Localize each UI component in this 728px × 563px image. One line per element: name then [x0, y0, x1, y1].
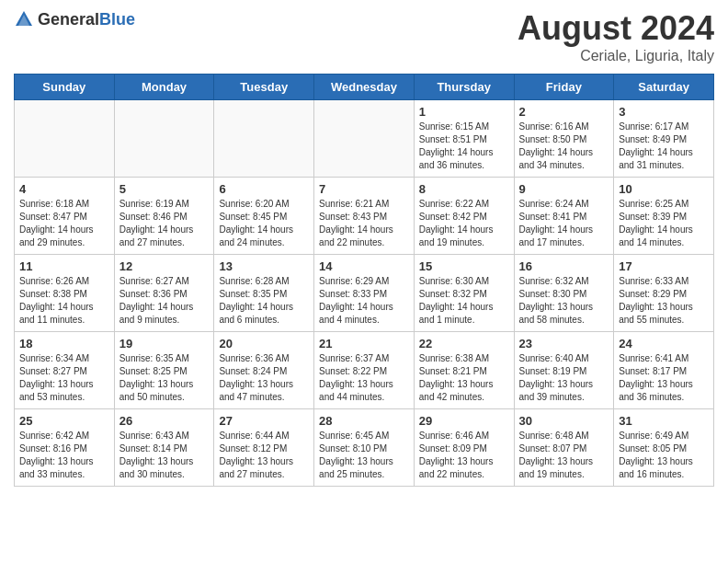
day-info: Sunrise: 6:32 AM Sunset: 8:30 PM Dayligh…: [519, 275, 609, 327]
calendar-week-5: 25Sunrise: 6:42 AM Sunset: 8:16 PM Dayli…: [15, 409, 714, 487]
day-number: 11: [19, 259, 109, 273]
col-monday: Monday: [114, 75, 214, 100]
day-number: 2: [519, 105, 609, 119]
calendar-cell: 21Sunrise: 6:37 AM Sunset: 8:22 PM Dayli…: [314, 332, 415, 409]
calendar-cell: 15Sunrise: 6:30 AM Sunset: 8:32 PM Dayli…: [414, 255, 514, 332]
day-number: 4: [19, 182, 109, 196]
calendar-cell: 9Sunrise: 6:24 AM Sunset: 8:41 PM Daylig…: [514, 178, 614, 255]
day-info: Sunrise: 6:28 AM Sunset: 8:35 PM Dayligh…: [219, 275, 309, 327]
logo-blue: Blue: [99, 10, 135, 29]
calendar-cell: 27Sunrise: 6:44 AM Sunset: 8:12 PM Dayli…: [214, 409, 314, 487]
day-info: Sunrise: 6:21 AM Sunset: 8:43 PM Dayligh…: [319, 198, 409, 249]
day-info: Sunrise: 6:42 AM Sunset: 8:16 PM Dayligh…: [19, 430, 109, 481]
col-thursday: Thursday: [414, 75, 514, 100]
page-header: GeneralBlue August 2024 Ceriale, Liguria…: [14, 9, 714, 64]
calendar-cell: 14Sunrise: 6:29 AM Sunset: 8:33 PM Dayli…: [314, 255, 415, 332]
day-info: Sunrise: 6:41 AM Sunset: 8:17 PM Dayligh…: [619, 352, 709, 404]
day-info: Sunrise: 6:38 AM Sunset: 8:21 PM Dayligh…: [419, 352, 509, 404]
day-number: 26: [119, 414, 210, 428]
day-info: Sunrise: 6:15 AM Sunset: 8:51 PM Dayligh…: [419, 121, 509, 172]
calendar-cell: 20Sunrise: 6:36 AM Sunset: 8:24 PM Dayli…: [214, 332, 314, 409]
day-info: Sunrise: 6:25 AM Sunset: 8:39 PM Dayligh…: [619, 198, 709, 249]
calendar-week-2: 4Sunrise: 6:18 AM Sunset: 8:47 PM Daylig…: [15, 178, 714, 255]
day-info: Sunrise: 6:22 AM Sunset: 8:42 PM Dayligh…: [419, 198, 509, 249]
day-info: Sunrise: 6:36 AM Sunset: 8:24 PM Dayligh…: [219, 352, 309, 404]
calendar-cell: [214, 100, 314, 178]
day-number: 29: [419, 414, 509, 428]
day-number: 15: [419, 259, 509, 273]
day-number: 17: [619, 259, 709, 273]
calendar-cell: [114, 100, 214, 178]
calendar-week-1: 1Sunrise: 6:15 AM Sunset: 8:51 PM Daylig…: [15, 100, 714, 178]
day-number: 5: [119, 182, 210, 196]
calendar-week-4: 18Sunrise: 6:34 AM Sunset: 8:27 PM Dayli…: [15, 332, 714, 409]
day-info: Sunrise: 6:49 AM Sunset: 8:05 PM Dayligh…: [619, 430, 709, 481]
day-number: 3: [619, 105, 709, 119]
calendar-cell: 28Sunrise: 6:45 AM Sunset: 8:10 PM Dayli…: [314, 409, 415, 487]
day-number: 21: [319, 337, 409, 350]
calendar-cell: 10Sunrise: 6:25 AM Sunset: 8:39 PM Dayli…: [614, 178, 714, 255]
calendar-cell: 11Sunrise: 6:26 AM Sunset: 8:38 PM Dayli…: [15, 255, 115, 332]
calendar-cell: 22Sunrise: 6:38 AM Sunset: 8:21 PM Dayli…: [414, 332, 514, 409]
day-info: Sunrise: 6:35 AM Sunset: 8:25 PM Dayligh…: [119, 352, 210, 404]
day-number: 22: [419, 337, 509, 350]
day-number: 9: [519, 182, 609, 196]
main-title: August 2024: [518, 9, 714, 48]
day-number: 13: [219, 259, 309, 273]
calendar-table: Sunday Monday Tuesday Wednesday Thursday…: [14, 74, 714, 487]
day-info: Sunrise: 6:26 AM Sunset: 8:38 PM Dayligh…: [19, 275, 109, 327]
calendar-cell: 2Sunrise: 6:16 AM Sunset: 8:50 PM Daylig…: [514, 100, 614, 178]
col-sunday: Sunday: [15, 75, 115, 100]
col-friday: Friday: [514, 75, 614, 100]
calendar-cell: 30Sunrise: 6:48 AM Sunset: 8:07 PM Dayli…: [514, 409, 614, 487]
day-info: Sunrise: 6:37 AM Sunset: 8:22 PM Dayligh…: [319, 352, 409, 404]
logo: GeneralBlue: [14, 9, 135, 29]
day-info: Sunrise: 6:30 AM Sunset: 8:32 PM Dayligh…: [419, 275, 509, 327]
col-wednesday: Wednesday: [314, 75, 415, 100]
calendar-week-3: 11Sunrise: 6:26 AM Sunset: 8:38 PM Dayli…: [15, 255, 714, 332]
logo-general: General: [38, 10, 99, 29]
calendar-cell: 8Sunrise: 6:22 AM Sunset: 8:42 PM Daylig…: [414, 178, 514, 255]
calendar-cell: 7Sunrise: 6:21 AM Sunset: 8:43 PM Daylig…: [314, 178, 415, 255]
calendar-cell: 23Sunrise: 6:40 AM Sunset: 8:19 PM Dayli…: [514, 332, 614, 409]
day-number: 10: [619, 182, 709, 196]
title-section: August 2024 Ceriale, Liguria, Italy: [518, 9, 714, 64]
calendar-cell: 25Sunrise: 6:42 AM Sunset: 8:16 PM Dayli…: [15, 409, 115, 487]
day-number: 31: [619, 414, 709, 428]
col-saturday: Saturday: [614, 75, 714, 100]
calendar-cell: [15, 100, 115, 178]
day-number: 6: [219, 182, 309, 196]
calendar-cell: 5Sunrise: 6:19 AM Sunset: 8:46 PM Daylig…: [114, 178, 214, 255]
calendar-cell: 6Sunrise: 6:20 AM Sunset: 8:45 PM Daylig…: [214, 178, 314, 255]
day-info: Sunrise: 6:29 AM Sunset: 8:33 PM Dayligh…: [319, 275, 409, 327]
day-info: Sunrise: 6:45 AM Sunset: 8:10 PM Dayligh…: [319, 430, 409, 481]
calendar-cell: 13Sunrise: 6:28 AM Sunset: 8:35 PM Dayli…: [214, 255, 314, 332]
day-info: Sunrise: 6:34 AM Sunset: 8:27 PM Dayligh…: [19, 352, 109, 404]
logo-text: GeneralBlue: [38, 10, 135, 29]
day-info: Sunrise: 6:19 AM Sunset: 8:46 PM Dayligh…: [119, 198, 210, 249]
calendar-cell: 26Sunrise: 6:43 AM Sunset: 8:14 PM Dayli…: [114, 409, 214, 487]
calendar-cell: 17Sunrise: 6:33 AM Sunset: 8:29 PM Dayli…: [614, 255, 714, 332]
day-number: 7: [319, 182, 409, 196]
day-number: 20: [219, 337, 309, 350]
day-info: Sunrise: 6:44 AM Sunset: 8:12 PM Dayligh…: [219, 430, 309, 481]
day-info: Sunrise: 6:48 AM Sunset: 8:07 PM Dayligh…: [519, 430, 609, 481]
calendar-cell: 16Sunrise: 6:32 AM Sunset: 8:30 PM Dayli…: [514, 255, 614, 332]
calendar-cell: 31Sunrise: 6:49 AM Sunset: 8:05 PM Dayli…: [614, 409, 714, 487]
col-tuesday: Tuesday: [214, 75, 314, 100]
day-number: 12: [119, 259, 210, 273]
day-info: Sunrise: 6:43 AM Sunset: 8:14 PM Dayligh…: [119, 430, 210, 481]
day-number: 23: [519, 337, 609, 350]
calendar-cell: 29Sunrise: 6:46 AM Sunset: 8:09 PM Dayli…: [414, 409, 514, 487]
logo-icon: [14, 9, 34, 29]
calendar-cell: 1Sunrise: 6:15 AM Sunset: 8:51 PM Daylig…: [414, 100, 514, 178]
calendar-cell: [314, 100, 415, 178]
day-number: 16: [519, 259, 609, 273]
day-info: Sunrise: 6:17 AM Sunset: 8:49 PM Dayligh…: [619, 121, 709, 172]
day-info: Sunrise: 6:40 AM Sunset: 8:19 PM Dayligh…: [519, 352, 609, 404]
calendar-header: Sunday Monday Tuesday Wednesday Thursday…: [15, 75, 714, 100]
day-info: Sunrise: 6:20 AM Sunset: 8:45 PM Dayligh…: [219, 198, 309, 249]
day-info: Sunrise: 6:16 AM Sunset: 8:50 PM Dayligh…: [519, 121, 609, 172]
day-number: 24: [619, 337, 709, 350]
day-number: 25: [19, 414, 109, 428]
